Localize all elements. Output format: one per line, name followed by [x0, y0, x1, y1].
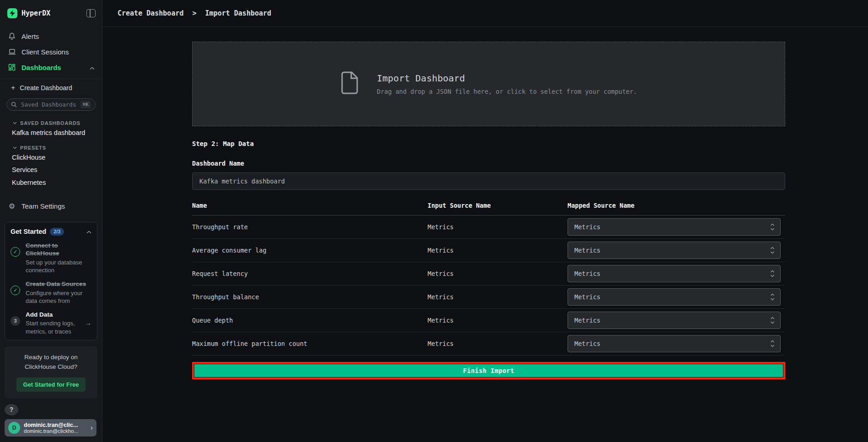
step-2-label: Step 2: Map Data	[192, 140, 785, 147]
gear-icon: ⚙	[7, 202, 16, 210]
mapped-source-select[interactable]: Metrics	[568, 335, 781, 352]
search-icon	[11, 102, 17, 108]
deploy-card: Ready to deploy on ClickHouse Cloud? Get…	[5, 346, 97, 399]
user-menu[interactable]: D dominic.tran@clic... dominic.tran@clic…	[5, 419, 96, 437]
section-label: PRESETS	[20, 145, 46, 151]
row-name: Throughput balance	[192, 293, 428, 301]
get-started-step-connect[interactable]: ✓ Connect to ClickHouse Set up your data…	[11, 242, 91, 274]
table-row: Throughput balance Metrics Metrics	[192, 286, 785, 309]
section-label: SAVED DASHBOARDS	[20, 120, 80, 126]
user-email: dominic.tran@clickho...	[24, 428, 89, 434]
row-name: Queue depth	[192, 317, 428, 324]
row-input-source: Metrics	[428, 223, 568, 231]
preset-item-services[interactable]: Services	[0, 165, 102, 175]
breadcrumb-import-dashboard[interactable]: Import Dashboard	[205, 9, 272, 17]
chevron-down-icon	[13, 146, 17, 149]
mapping-table: Name Input Source Name Mapped Source Nam…	[192, 202, 785, 356]
help-button[interactable]: ?	[5, 404, 18, 416]
section-header-saved-dashboards[interactable]: SAVED DASHBOARDS	[0, 120, 102, 126]
breadcrumb: Create Dashboard > Import Dashboard	[118, 9, 271, 17]
row-name: Average consumer lag	[192, 247, 428, 254]
get-started-free-button[interactable]: Get Started for Free	[16, 377, 85, 392]
step-desc: Set up your database connection	[26, 259, 91, 274]
step-desc: Configure where your data comes from	[26, 289, 91, 305]
table-row: Throughput rate Metrics Metrics	[192, 216, 785, 239]
row-input-source: Metrics	[428, 270, 568, 277]
sidebar-item-label: Dashboards	[21, 64, 61, 71]
sidebar-item-alerts[interactable]: Alerts	[0, 28, 102, 44]
table-row: Average consumer lag Metrics Metrics	[192, 239, 785, 262]
get-started-step-sources[interactable]: ✓ Create Data Sources Configure where yo…	[11, 280, 91, 305]
select-value: Metrics	[574, 247, 770, 254]
get-started-header[interactable]: Get Started 2/3	[11, 228, 91, 236]
select-chevrons-icon	[770, 317, 775, 324]
check-circle-icon: ✓	[11, 247, 20, 257]
saved-dashboards-search[interactable]: ⌘K	[6, 98, 96, 111]
chevron-up-icon	[90, 64, 95, 71]
sidebar-item-client-sessions[interactable]: Client Sessions	[0, 44, 102, 59]
table-row: Maximum offline partition count Metrics …	[192, 332, 785, 356]
row-input-source: Metrics	[428, 247, 568, 254]
search-shortcut-badge: ⌘K	[80, 101, 91, 108]
row-input-source: Metrics	[428, 340, 568, 347]
dashboard-name-label: Dashboard Name	[192, 160, 785, 167]
step-title: Connect to ClickHouse	[26, 242, 91, 258]
team-settings-label: Team Settings	[21, 202, 65, 210]
sidebar-nav: Alerts Client Sessions Dashboards	[0, 28, 102, 75]
select-value: Metrics	[574, 293, 770, 301]
column-header-mapped-source: Mapped Source Name	[568, 202, 785, 209]
check-circle-icon: ✓	[11, 286, 20, 295]
preset-item-clickhouse[interactable]: ClickHouse	[0, 152, 102, 163]
logo-row: HyperDX	[0, 0, 102, 22]
table-row: Request latency Metrics Metrics	[192, 262, 785, 286]
mapped-source-select[interactable]: Metrics	[568, 312, 781, 329]
saved-dashboard-item[interactable]: Kafka metrics dashboard	[0, 128, 102, 138]
dashboard-name-input[interactable]	[192, 172, 785, 190]
select-value: Metrics	[574, 223, 770, 231]
select-chevrons-icon	[770, 270, 775, 277]
step-desc: Start sending logs, metrics, or traces	[26, 319, 83, 335]
create-dashboard-button[interactable]: + Create Dashboard	[0, 82, 102, 94]
dropzone-description: Drag and drop a JSON file here, or click…	[377, 88, 637, 95]
get-started-title: Get Started	[11, 228, 46, 235]
bell-icon	[7, 32, 16, 40]
preset-item-kubernetes[interactable]: Kubernetes	[0, 177, 102, 188]
team-settings-button[interactable]: ⚙ Team Settings	[0, 200, 102, 212]
step-number-icon: 3	[11, 316, 20, 326]
get-started-step-add-data[interactable]: 3 Add Data Start sending logs, metrics, …	[11, 311, 91, 335]
app-title: HyperDX	[21, 9, 86, 17]
create-dashboard-label: Create Dashboard	[20, 84, 72, 92]
sidebar-collapse-icon[interactable]	[86, 9, 96, 17]
breadcrumb-separator: >	[193, 9, 197, 17]
laptop-icon	[7, 49, 16, 55]
mapped-source-select[interactable]: Metrics	[568, 242, 781, 259]
sidebar-divider	[0, 79, 102, 79]
chevron-up-icon	[86, 228, 91, 235]
select-value: Metrics	[574, 340, 770, 347]
arrow-right-icon: →	[83, 319, 91, 327]
dashboard-grid-icon	[7, 64, 16, 71]
select-chevrons-icon	[770, 247, 775, 254]
breadcrumb-create-dashboard[interactable]: Create Dashboard	[118, 9, 184, 17]
select-value: Metrics	[574, 270, 770, 277]
finish-import-button[interactable]: Finish Import	[194, 364, 783, 377]
sidebar-item-dashboards[interactable]: Dashboards	[0, 59, 102, 75]
import-dropzone[interactable]: Import Dashboard Drag and drop a JSON fi…	[192, 42, 785, 126]
row-name: Request latency	[192, 270, 428, 277]
app-root: HyperDX Alerts Client Sessions Dashb	[0, 0, 868, 442]
section-header-presets[interactable]: PRESETS	[0, 145, 102, 151]
column-header-input-source: Input Source Name	[428, 202, 568, 209]
mapped-source-select[interactable]: Metrics	[568, 288, 781, 306]
plus-icon: +	[11, 84, 15, 92]
row-name: Throughput rate	[192, 223, 428, 231]
progress-badge: 2/3	[50, 228, 64, 236]
import-content: Import Dashboard Drag and drop a JSON fi…	[192, 27, 785, 379]
search-input[interactable]	[20, 101, 80, 108]
mapped-source-select[interactable]: Metrics	[568, 218, 781, 236]
annotation-highlight-box: Finish Import	[192, 362, 785, 379]
row-input-source: Metrics	[428, 317, 568, 324]
step-title: Create Data Sources	[26, 280, 91, 288]
chevron-right-icon: ›	[91, 424, 93, 432]
file-icon	[340, 71, 359, 97]
mapped-source-select[interactable]: Metrics	[568, 265, 781, 282]
